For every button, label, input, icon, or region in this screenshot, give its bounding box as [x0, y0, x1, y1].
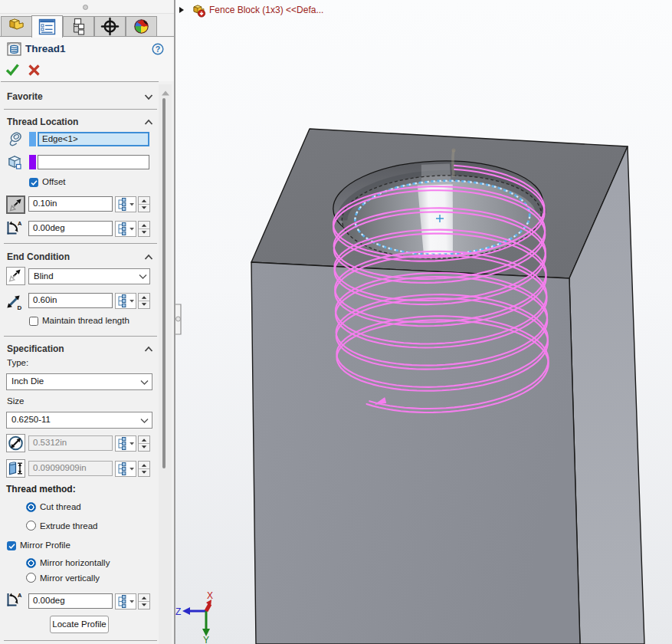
svg-text:Y: Y — [203, 635, 209, 644]
svg-text:Z: Z — [175, 606, 181, 617]
svg-text:X: X — [207, 590, 213, 601]
svg-text:D: D — [18, 304, 22, 311]
svg-text:A: A — [18, 220, 22, 227]
svg-text:A: A — [18, 592, 22, 599]
svg-text:?: ? — [156, 44, 160, 54]
svg-text:Fence Block (1x3) <<Defa...: Fence Block (1x3) <<Defa... — [209, 5, 323, 15]
